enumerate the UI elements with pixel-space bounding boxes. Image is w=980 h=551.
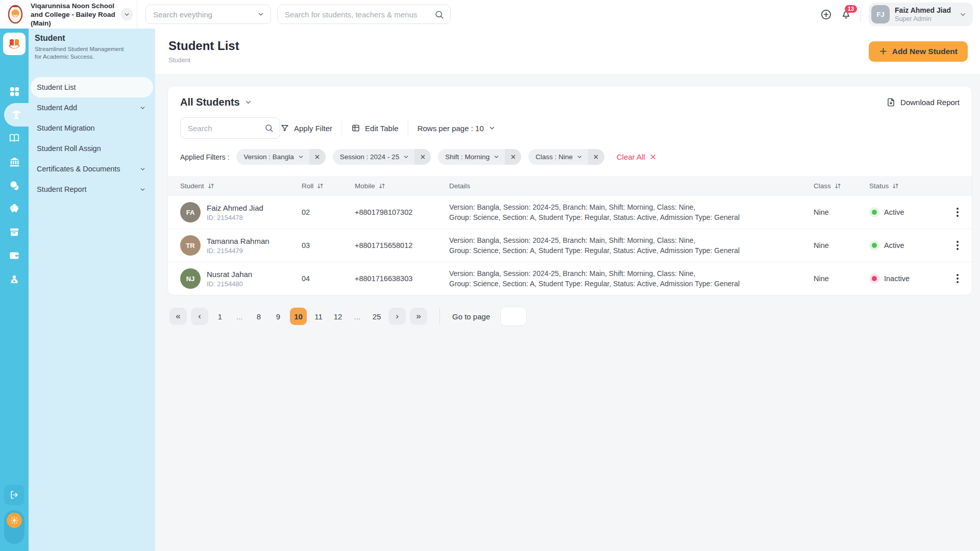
column-header-roll[interactable]: Roll — [302, 182, 355, 190]
student-table-row: TRTamanna RahmanID: 215447903+8801715658… — [168, 229, 972, 262]
pagination-next-button[interactable]: › — [388, 308, 406, 325]
filter-pill-dropdown[interactable]: Session : 2024 - 25 — [333, 149, 414, 165]
funnel-icon — [280, 123, 289, 133]
notifications-button[interactable]: 13 — [840, 9, 852, 20]
chat-bubbles-icon — [9, 180, 20, 191]
sidebar-item-certificates-documents[interactable]: Certificates & Documents — [31, 159, 153, 179]
book-logo-icon — [7, 37, 21, 51]
column-header-student[interactable]: Student — [180, 182, 302, 190]
filter-pill-dropdown[interactable]: Version : Bangla — [236, 149, 309, 165]
sidebar-module-accounts[interactable] — [0, 197, 29, 220]
breadcrumb: Student — [168, 57, 239, 64]
theme-toggle[interactable] — [4, 510, 24, 544]
goto-page-input[interactable] — [500, 307, 527, 326]
sidebar-item-student-roll-assign[interactable]: Student Roll Assign — [31, 138, 153, 159]
table-search — [180, 117, 280, 139]
column-header-class[interactable]: Class — [814, 182, 869, 190]
pagination-page-1[interactable]: 1 — [212, 308, 228, 325]
pagination-page-9[interactable]: 9 — [271, 308, 286, 325]
apply-filter-button[interactable]: Apply Filter — [280, 123, 332, 133]
filter-pill-label: Version : Bangla — [243, 153, 293, 161]
logout-button[interactable] — [4, 485, 24, 505]
school-selector[interactable]: Viqarunnisa Noon School and College - Ba… — [0, 2, 133, 28]
user-profile-menu[interactable]: FJ Faiz Ahmed Jiad Super Admin — [869, 3, 973, 26]
edit-table-label: Edit Table — [365, 124, 399, 133]
column-header-status[interactable]: Status — [869, 182, 953, 190]
sort-icon — [316, 182, 324, 190]
pagination-last-button[interactable]: » — [410, 308, 427, 325]
sidebar-module-dashboard[interactable] — [0, 80, 29, 103]
topbar: Viqarunnisa Noon School and College - Ba… — [0, 0, 980, 29]
page-title: Student List — [168, 39, 239, 53]
edit-table-button[interactable]: Edit Table — [351, 123, 399, 133]
sidebar-item-student-add[interactable]: Student Add — [31, 97, 153, 118]
column-header-mobile[interactable]: Mobile — [355, 182, 449, 190]
chevron-down-icon — [959, 11, 967, 18]
sidebar-item-student-report[interactable]: Student Report — [31, 179, 153, 199]
pagination-page-12[interactable]: 12 — [330, 308, 346, 325]
search-scope-select[interactable]: Search eveything — [145, 5, 271, 24]
sidebar-item-student-migration[interactable]: Student Migration — [31, 118, 153, 138]
filter-pill-remove-button[interactable] — [309, 149, 326, 165]
chevron-down-icon — [403, 154, 409, 160]
student-class: Nine — [814, 208, 869, 216]
filter-pill-dropdown[interactable]: Class : Nine — [528, 149, 588, 165]
open-book-icon — [9, 133, 20, 144]
status-dot — [869, 240, 879, 251]
view-selector[interactable]: All Students — [180, 96, 252, 108]
filter-pill-dropdown[interactable]: Shift : Morning — [438, 149, 505, 165]
filter-pill-remove-button[interactable] — [588, 149, 604, 165]
chevron-down-icon — [244, 98, 252, 106]
row-actions-menu-button[interactable] — [953, 271, 962, 286]
pagination-ellipsis: ... — [350, 308, 365, 325]
students-card: All Students Download Report Apply Filte… — [167, 86, 972, 295]
download-report-button[interactable]: Download Report — [886, 97, 960, 107]
school-chevron-button[interactable] — [121, 8, 133, 21]
table-search-input[interactable] — [188, 124, 264, 133]
pagination-prev-button[interactable]: ‹ — [191, 308, 208, 325]
add-quick-button[interactable] — [820, 9, 832, 20]
logout-icon — [9, 490, 19, 500]
filter-pill-label: Session : 2024 - 25 — [340, 153, 399, 161]
sidebar-module-student[interactable] — [4, 103, 29, 127]
sidebar-module-academics[interactable] — [0, 127, 29, 150]
applied-filters-row: Applied Filters : Version : BanglaSessio… — [180, 149, 960, 176]
close-icon — [593, 154, 599, 160]
sidebar-item-student-list[interactable]: Student List — [31, 77, 153, 97]
clear-all-filters-button[interactable]: Clear All — [617, 153, 656, 161]
rows-per-page-label: Rows per page : 10 — [418, 124, 484, 133]
row-actions-menu-button[interactable] — [953, 238, 962, 253]
global-search-input[interactable] — [285, 10, 434, 19]
column-label: Status — [869, 182, 889, 190]
filter-pill: Shift : Morning — [438, 149, 521, 165]
filter-pill-remove-button[interactable] — [414, 149, 431, 165]
app-logo[interactable] — [3, 33, 26, 55]
sidebar-panel: Student Streamlined Student Management f… — [29, 29, 155, 551]
table-toolbar: Apply Filter Edit Table Rows per page : … — [180, 117, 960, 139]
sidebar-module-payroll[interactable] — [0, 244, 29, 267]
close-icon — [650, 154, 656, 160]
pagination-page-11[interactable]: 11 — [311, 308, 326, 325]
pagination-page-25[interactable]: 25 — [369, 308, 384, 325]
pagination-page-8[interactable]: 8 — [251, 308, 266, 325]
clear-all-label: Clear All — [617, 153, 645, 161]
pagination-ellipsis: ... — [232, 308, 247, 325]
student-mobile: +8801715658012 — [355, 241, 449, 249]
student-name: Tamanna Rahman — [207, 237, 270, 245]
rows-per-page-select[interactable]: Rows per page : 10 — [418, 124, 496, 133]
add-new-student-label: Add New Student — [892, 47, 958, 56]
status-badge: Inactive — [869, 273, 953, 284]
filter-pill-remove-button[interactable] — [505, 149, 521, 165]
sort-icon — [892, 182, 899, 190]
sidebar-module-support[interactable] — [0, 267, 29, 291]
sidebar-module-communication[interactable] — [0, 173, 29, 197]
column-label: Student — [180, 182, 204, 190]
view-selector-label: All Students — [180, 96, 240, 108]
add-new-student-button[interactable]: Add New Student — [869, 41, 968, 62]
sidebar-module-institution[interactable] — [0, 150, 29, 173]
pagination-page-10[interactable]: 10 — [290, 308, 307, 325]
pagination-first-button[interactable]: « — [169, 308, 187, 325]
student-id: ID: 2154478 — [207, 214, 263, 221]
row-actions-menu-button[interactable] — [953, 205, 962, 220]
sidebar-module-inventory[interactable] — [0, 220, 29, 244]
